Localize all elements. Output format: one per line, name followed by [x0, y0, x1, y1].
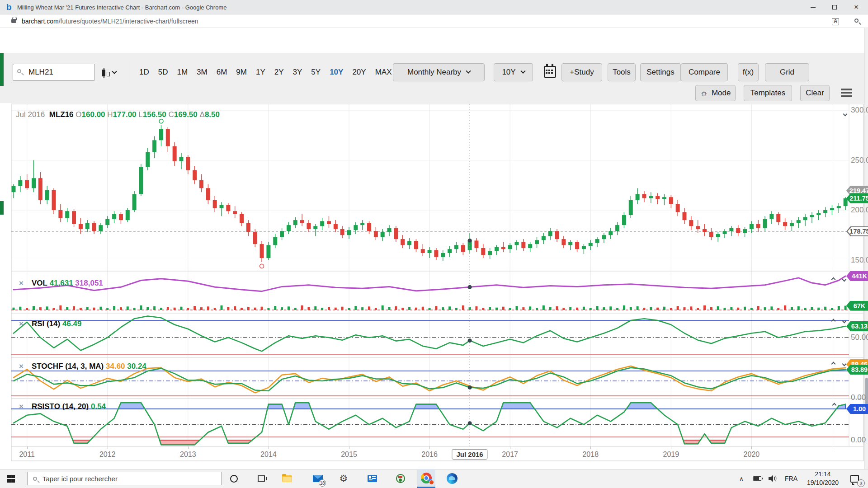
- notification-count: 3: [857, 479, 865, 487]
- volume-indicator[interactable]: [766, 469, 779, 488]
- close-icon[interactable]: ×: [19, 319, 24, 328]
- symbol-input[interactable]: MLH21: [13, 64, 95, 81]
- url-text[interactable]: barchart.com/futures/quotes/MLH21/intera…: [22, 18, 198, 25]
- chevron-down-icon: [520, 69, 525, 74]
- settings-button[interactable]: ⚙: [335, 469, 353, 488]
- timeframe-5D[interactable]: 5D: [155, 66, 172, 79]
- scrollbar-thumb[interactable]: [865, 378, 868, 409]
- scrollbar[interactable]: [864, 28, 868, 469]
- url-bar[interactable]: barchart.com/futures/quotes/MLH21/intera…: [0, 14, 868, 28]
- edge-button[interactable]: [443, 469, 461, 488]
- screen: b Milling Wheat Mar '21 Futures Interact…: [0, 0, 868, 488]
- rsisto-panel-expand[interactable]: [833, 400, 840, 407]
- close-button[interactable]: ×: [845, 0, 867, 14]
- range-dropdown[interactable]: 10Y: [494, 63, 533, 81]
- battery-icon: [753, 476, 761, 481]
- clock[interactable]: 21:14 19/10/2020: [802, 469, 843, 488]
- tractor-icon: [396, 474, 405, 483]
- barchart-favicon-icon: b: [6, 2, 12, 12]
- x-axis-tick: [590, 446, 591, 449]
- settings-button[interactable]: Settings: [640, 63, 681, 81]
- candlestick-series: [12, 125, 848, 262]
- compare-button[interactable]: Compare: [681, 63, 728, 81]
- stochf-panel-expand[interactable]: [832, 359, 839, 366]
- stochf-legend: ×STOCHF (14, 3, MA) 34.60 30.24: [19, 362, 146, 371]
- calendar-icon[interactable]: [544, 66, 556, 78]
- vol-legend: ×VOL 41,631 318,051: [19, 279, 103, 288]
- timeframe-9M[interactable]: 9M: [232, 66, 250, 79]
- zoom-icon[interactable]: [854, 19, 859, 23]
- toolbar-divider: [129, 61, 129, 83]
- start-button[interactable]: [0, 469, 22, 488]
- timeframe-3Y[interactable]: 3Y: [289, 66, 306, 79]
- language-indicator[interactable]: FRA: [782, 469, 800, 488]
- contract-dropdown-label: Monthly Nearby: [407, 68, 461, 77]
- task-view-icon: [258, 475, 265, 482]
- fx-button[interactable]: f(x): [738, 63, 759, 81]
- menu-icon[interactable]: [841, 89, 852, 98]
- timeframe-1M[interactable]: 1M: [173, 66, 191, 79]
- battery-indicator[interactable]: [750, 469, 764, 488]
- chevron-down-icon: [466, 69, 471, 74]
- lock-icon: [11, 19, 16, 23]
- vol-panel-expand[interactable]: [832, 275, 839, 281]
- timeframe-6M[interactable]: 6M: [213, 66, 231, 79]
- chrome-button[interactable]: [417, 469, 435, 488]
- timeframe-5Y[interactable]: 5Y: [307, 66, 324, 79]
- contract-dropdown[interactable]: Monthly Nearby: [393, 63, 485, 81]
- time-label: 21:14: [815, 470, 830, 479]
- x-axis-tick: [349, 446, 349, 449]
- minimize-button[interactable]: [802, 0, 824, 14]
- vol-panel-collapse[interactable]: [843, 275, 850, 281]
- templates-button[interactable]: Templates: [744, 85, 792, 101]
- contacts-app-button[interactable]: [363, 469, 381, 488]
- maximize-button[interactable]: [824, 0, 845, 14]
- side-panel-stripe[interactable]: [0, 53, 4, 86]
- tools-button[interactable]: Tools: [608, 63, 636, 81]
- timeframe-MAX[interactable]: MAX: [372, 66, 396, 79]
- x-axis-tick: [27, 446, 28, 449]
- clear-button[interactable]: Clear: [800, 85, 830, 101]
- close-icon[interactable]: ×: [19, 362, 24, 371]
- mode-button[interactable]: ☼ Mode: [695, 85, 736, 101]
- timeframe-bar: 1D5D1M3M6M9M1Y2Y3Y5Y10Y20YMAX: [136, 64, 396, 81]
- panel-expand-tab[interactable]: [0, 201, 4, 215]
- rsisto-oversold-fill: [709, 440, 726, 443]
- timeframe-20Y[interactable]: 20Y: [349, 66, 369, 79]
- crosshair-dot: [468, 239, 472, 243]
- task-view-button[interactable]: [252, 469, 270, 488]
- action-center-button[interactable]: 3: [844, 469, 864, 488]
- rsisto-overbought-fill: [267, 404, 283, 409]
- x-axis-year-2018: 2018: [582, 450, 599, 459]
- stochf-panel-collapse[interactable]: [843, 359, 850, 366]
- rsi-panel-collapse[interactable]: [843, 316, 850, 323]
- file-explorer-button[interactable]: [278, 469, 296, 488]
- gridlines: [11, 104, 863, 461]
- close-icon[interactable]: ×: [19, 402, 24, 411]
- timeframe-3M[interactable]: 3M: [193, 66, 211, 79]
- mail-button[interactable]: 18: [309, 469, 327, 488]
- mode-button-label: Mode: [712, 89, 731, 98]
- low-marker: [260, 264, 264, 268]
- x-axis-tick: [751, 446, 752, 449]
- timeframe-1Y[interactable]: 1Y: [252, 66, 269, 79]
- grid-button[interactable]: Grid: [765, 63, 809, 81]
- rsi-panel-expand[interactable]: [832, 316, 839, 323]
- folder-icon: [282, 475, 292, 482]
- price-panel-collapse[interactable]: [844, 109, 851, 116]
- x-axis-year-2016: 2016: [421, 450, 438, 459]
- translate-icon[interactable]: A: [832, 18, 839, 25]
- close-icon[interactable]: ×: [19, 279, 24, 287]
- search-placeholder: Taper ici pour rechercher: [42, 475, 118, 483]
- study-tick-label: 0.00: [851, 436, 866, 445]
- study-button[interactable]: +Study: [561, 63, 602, 81]
- cortana-button[interactable]: [225, 469, 243, 488]
- timeframe-2Y[interactable]: 2Y: [271, 66, 288, 79]
- templates-button-label: Templates: [750, 89, 785, 98]
- timeframe-1D[interactable]: 1D: [136, 66, 153, 79]
- tray-expand-button[interactable]: ∧: [733, 469, 750, 488]
- timeframe-10Y[interactable]: 10Y: [326, 66, 347, 79]
- farm-app-button[interactable]: [392, 469, 410, 488]
- taskbar-search[interactable]: Taper ici pour rechercher: [27, 472, 222, 485]
- chart-type-select[interactable]: [102, 67, 122, 79]
